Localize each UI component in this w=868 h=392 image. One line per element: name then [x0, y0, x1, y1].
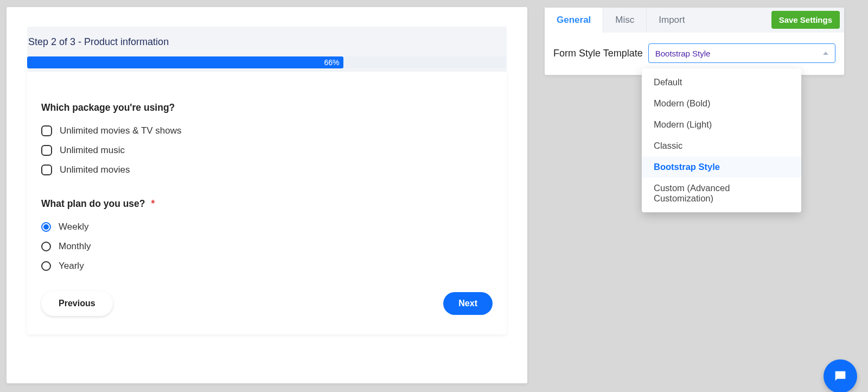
question-label: What plan do you use? *: [41, 198, 493, 210]
radio-icon[interactable]: [41, 222, 51, 232]
next-button[interactable]: Next: [443, 292, 493, 315]
option-label: Yearly: [59, 261, 84, 271]
radio-option[interactable]: Yearly: [41, 261, 493, 271]
radio-icon[interactable]: [41, 261, 51, 271]
chat-icon: [833, 369, 848, 384]
chevron-up-icon: [823, 52, 828, 55]
form-nav: Previous Next: [41, 291, 493, 316]
save-settings-button[interactable]: Save Settings: [771, 11, 840, 29]
dropdown-item[interactable]: Classic: [642, 135, 801, 156]
checkbox-icon[interactable]: [41, 125, 52, 136]
step-title: Step 2 of 3 - Product information: [28, 36, 507, 56]
dropdown-item[interactable]: Modern (Light): [642, 114, 801, 135]
progress-text: 66%: [324, 58, 339, 67]
form-preview-panel: Step 2 of 3 - Product information 66% Wh…: [7, 7, 527, 383]
dropdown-item-selected[interactable]: Bootstrap Style: [642, 156, 801, 178]
form-style-template-label: Form Style Template: [553, 48, 643, 59]
radio-icon[interactable]: [41, 242, 51, 251]
dropdown-item[interactable]: Modern (Bold): [642, 93, 801, 114]
form-style-template-select[interactable]: Bootstrap Style: [648, 43, 835, 63]
settings-tabs: General Misc Import Save Settings: [545, 8, 844, 33]
option-label: Unlimited music: [60, 145, 125, 156]
question-plan: What plan do you use? * Weekly Monthly Y…: [41, 198, 493, 271]
radio-option[interactable]: Weekly: [41, 222, 493, 232]
checkbox-icon[interactable]: [41, 165, 52, 175]
option-label: Unlimited movies & TV shows: [60, 125, 182, 136]
tab-import[interactable]: Import: [647, 8, 697, 33]
option-label: Monthly: [59, 241, 91, 252]
step-header: Step 2 of 3 - Product information 66%: [27, 27, 507, 72]
option-label: Weekly: [59, 222, 88, 232]
question-package: Which package you're using? Unlimited mo…: [41, 102, 493, 175]
tab-misc[interactable]: Misc: [603, 8, 647, 33]
progress-bar: 66%: [27, 56, 507, 68]
select-value: Bootstrap Style: [655, 49, 711, 58]
previous-button[interactable]: Previous: [41, 291, 113, 316]
checkbox-option[interactable]: Unlimited movies & TV shows: [41, 125, 493, 136]
question-label: Which package you're using?: [41, 102, 493, 113]
form-inner: Step 2 of 3 - Product information 66% Wh…: [27, 27, 507, 367]
form-style-template-dropdown[interactable]: Default Modern (Bold) Modern (Light) Cla…: [642, 68, 801, 212]
required-star-icon: *: [151, 198, 155, 209]
checkbox-option[interactable]: Unlimited music: [41, 145, 493, 156]
progress-fill: 66%: [27, 56, 343, 68]
checkbox-option[interactable]: Unlimited movies: [41, 165, 493, 175]
question-text: What plan do you use?: [41, 198, 145, 209]
tab-general[interactable]: General: [545, 8, 603, 33]
dropdown-item[interactable]: Default: [642, 72, 801, 93]
option-label: Unlimited movies: [60, 165, 130, 175]
form-body: Which package you're using? Unlimited mo…: [27, 72, 507, 334]
radio-option[interactable]: Monthly: [41, 241, 493, 252]
settings-panel: General Misc Import Save Settings Form S…: [545, 8, 844, 75]
chat-button[interactable]: [824, 359, 857, 392]
dropdown-item[interactable]: Custom (Advanced Customization): [642, 178, 801, 209]
checkbox-icon[interactable]: [41, 145, 52, 156]
